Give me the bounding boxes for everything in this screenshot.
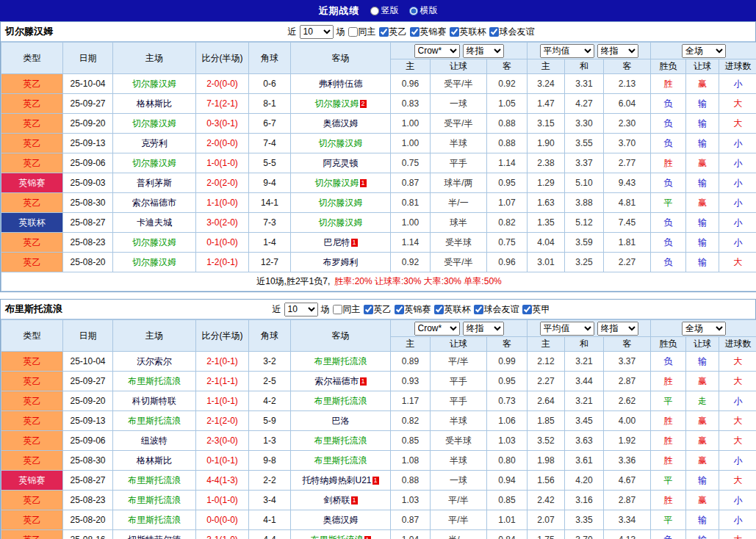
league-filter-checkbox[interactable] <box>395 305 404 314</box>
league-filter-1[interactable]: 英乙 <box>364 303 392 316</box>
score-cell[interactable]: 2-1(1-1) <box>196 372 249 391</box>
league-filter-checkbox[interactable] <box>379 27 389 37</box>
away-team-name[interactable]: 切尔滕汉姆 <box>319 198 363 208</box>
home-team-name[interactable]: 布里斯托流浪 <box>128 416 181 426</box>
away-team-name[interactable]: 切尔滕汉姆 <box>315 98 359 109</box>
score-cell[interactable]: 3-0(2-0) <box>196 213 249 233</box>
home-team-name[interactable]: 布里斯托流浪 <box>128 475 181 485</box>
league-filter-checkbox[interactable] <box>410 27 420 37</box>
away-team-name[interactable]: 布里斯托流浪 <box>314 356 367 366</box>
column-header-0: 类型 <box>1 43 63 74</box>
score-cell[interactable]: 1-0(1-0) <box>196 491 249 510</box>
league-filter-0[interactable]: 同主 <box>333 303 361 316</box>
horizontal-layout-radio[interactable] <box>409 7 418 15</box>
score-cell[interactable]: 2-1(0-1) <box>196 352 249 372</box>
match-scope-select[interactable]: 全场 <box>682 44 726 58</box>
score-cell[interactable]: 7-1(2-1) <box>196 94 249 114</box>
final-odds-select[interactable]: 终指 <box>463 44 504 58</box>
away-team-name[interactable]: 切尔滕汉姆 <box>319 217 363 228</box>
away-team-name[interactable]: 奥德汉姆 <box>323 118 359 129</box>
away-team-name[interactable]: 布里斯托流浪 <box>311 535 364 539</box>
average-odds-select[interactable]: 平均值 <box>540 322 594 336</box>
goals-result-cell: 小 <box>719 74 756 94</box>
away-team-name[interactable]: 奥德汉姆 <box>323 515 359 525</box>
home-team-name[interactable]: 布里斯托流浪 <box>128 515 181 525</box>
score-cell[interactable]: 4-4(1-3) <box>196 471 249 491</box>
home-team-name[interactable]: 切斯特菲尔德 <box>128 535 181 539</box>
vertical-layout-radio[interactable] <box>370 7 379 15</box>
home-team-name[interactable]: 沃尔索尔 <box>137 356 172 366</box>
away-team-name[interactable]: 托特纳姆热刺U21 <box>302 475 371 485</box>
away-team-name[interactable]: 布里斯托流浪 <box>314 455 367 466</box>
league-filter-1[interactable]: 英乙 <box>379 26 407 38</box>
home-team-name[interactable]: 索尔福德市 <box>132 198 176 208</box>
score-cell[interactable]: 0-0(0-0) <box>196 510 249 530</box>
home-team-name[interactable]: 普利茅斯 <box>137 178 172 188</box>
score-cell[interactable]: 1-2(0-1) <box>196 253 249 272</box>
home-team-name[interactable]: 卡迪夫城 <box>137 217 172 228</box>
away-team-name[interactable]: 巴尼特 <box>324 237 350 247</box>
away-team-name[interactable]: 布里斯托流浪 <box>314 435 367 446</box>
home-team-name[interactable]: 切尔滕汉姆 <box>132 257 176 267</box>
league-filter-0[interactable]: 同主 <box>348 26 376 38</box>
average-odds-select[interactable]: 平均值 <box>540 44 594 58</box>
final-odds-select[interactable]: 终指 <box>463 322 504 336</box>
layout-option-vertical[interactable]: 竖版 <box>370 4 399 17</box>
match-scope-select[interactable]: 全场 <box>682 322 726 336</box>
league-filter-checkbox[interactable] <box>434 305 444 314</box>
final-odds-select-2[interactable]: 终指 <box>597 322 638 336</box>
bookmaker-select[interactable]: Crow* <box>414 322 460 336</box>
home-team-name[interactable]: 布里斯托流浪 <box>128 376 181 386</box>
layout-option-horizontal[interactable]: 横版 <box>409 4 438 17</box>
league-filter-4[interactable]: 球会友谊 <box>489 26 535 38</box>
away-team-name[interactable]: 弗利特伍德 <box>319 79 363 89</box>
away-team-name[interactable]: 切尔滕汉姆 <box>319 138 363 148</box>
score-cell[interactable]: 0-1(0-1) <box>196 451 249 471</box>
score-cell[interactable]: 1-0(1-0) <box>196 153 249 173</box>
score-cell[interactable]: 0-3(0-1) <box>196 114 249 134</box>
home-team-name[interactable]: 切尔滕汉姆 <box>132 158 176 168</box>
home-team-name[interactable]: 布里斯托流浪 <box>128 495 181 505</box>
score-cell[interactable]: 2-0(2-0) <box>196 173 249 193</box>
league-filter-checkbox[interactable] <box>333 305 342 314</box>
league-filter-5[interactable]: 英甲 <box>522 303 550 316</box>
home-team-name[interactable]: 格林斯比 <box>137 455 172 466</box>
league-filter-checkbox[interactable] <box>522 305 532 314</box>
league-filter-4[interactable]: 球会友谊 <box>474 303 519 316</box>
home-team-name[interactable]: 克劳利 <box>141 138 168 148</box>
league-filter-checkbox[interactable] <box>489 27 499 37</box>
away-team-name[interactable]: 阿克灵顿 <box>323 158 359 168</box>
away-team-name[interactable]: 切尔滕汉姆 <box>315 178 359 188</box>
score-cell[interactable]: 3-1(1-0) <box>196 530 249 539</box>
home-team-name[interactable]: 切尔滕汉姆 <box>132 118 176 129</box>
league-filter-3[interactable]: 英联杯 <box>434 303 471 316</box>
home-team-name[interactable]: 科切斯特联 <box>132 396 176 406</box>
away-team-name[interactable]: 索尔福德市 <box>315 376 359 386</box>
score-cell[interactable]: 2-0(0-0) <box>196 74 249 94</box>
league-filter-checkbox[interactable] <box>474 305 483 314</box>
final-odds-select-2[interactable]: 终指 <box>597 44 638 58</box>
score-cell[interactable]: 0-1(0-0) <box>196 233 249 253</box>
score-cell[interactable]: 2-1(2-0) <box>196 411 249 431</box>
league-filter-2[interactable]: 英锦赛 <box>410 26 447 38</box>
score-cell[interactable]: 2-0(0-0) <box>196 134 249 153</box>
home-team-name[interactable]: 切尔滕汉姆 <box>132 237 176 247</box>
league-filter-3[interactable]: 英联杯 <box>450 26 486 38</box>
bookmaker-select[interactable]: Crow* <box>414 44 460 58</box>
away-team-name[interactable]: 布罗姆利 <box>323 257 359 267</box>
league-filter-checkbox[interactable] <box>364 305 373 314</box>
league-filter-checkbox[interactable] <box>450 27 459 37</box>
league-filter-2[interactable]: 英锦赛 <box>395 303 431 316</box>
home-team-name[interactable]: 纽波特 <box>141 435 168 446</box>
home-team-name[interactable]: 切尔滕汉姆 <box>132 79 176 89</box>
away-team-name[interactable]: 巴洛 <box>332 416 350 426</box>
league-filter-checkbox[interactable] <box>348 27 358 37</box>
away-team-name[interactable]: 剑桥联 <box>324 495 350 505</box>
score-cell[interactable]: 1-1(0-1) <box>196 391 249 411</box>
away-team-name[interactable]: 布里斯托流浪 <box>314 396 367 406</box>
recent-count-select[interactable]: 10 <box>300 25 334 39</box>
score-cell[interactable]: 1-1(0-0) <box>196 193 249 213</box>
score-cell[interactable]: 2-3(0-0) <box>196 431 249 451</box>
home-team-name[interactable]: 格林斯比 <box>137 98 172 109</box>
recent-count-select[interactable]: 10 <box>284 303 318 316</box>
